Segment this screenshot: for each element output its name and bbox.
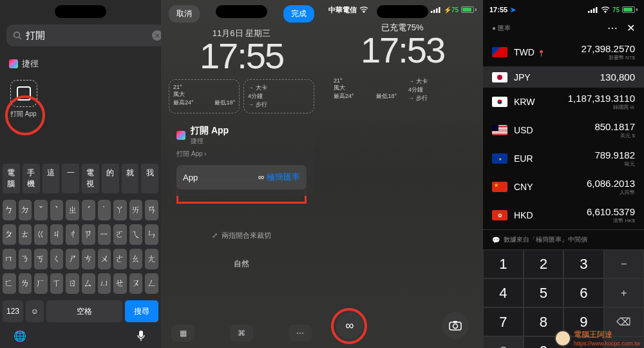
camera-button[interactable]: [442, 312, 469, 339]
lockscreen-time[interactable]: 17:55: [161, 38, 322, 74]
currency-row-hkd[interactable]: HKD6,610.5379港幣 HK$: [483, 201, 644, 229]
key[interactable]: ㄠ: [129, 249, 143, 269]
cancel-button[interactable]: 取消: [169, 5, 200, 23]
suggestion[interactable]: 的: [102, 164, 119, 193]
commute-widget[interactable]: → 大卡 4分鐘 → 步行: [404, 73, 475, 106]
key[interactable]: ㄘ: [82, 249, 95, 269]
numpad-key[interactable]: 4: [483, 278, 524, 307]
open-app-shortcut[interactable]: 打開 App: [0, 73, 161, 125]
search-key[interactable]: 搜尋: [125, 300, 158, 322]
shortcut-button[interactable]: ∞: [336, 312, 363, 339]
key[interactable]: ㄗ: [82, 224, 95, 245]
photos-button[interactable]: ▦: [171, 325, 194, 342]
camera-icon: [449, 320, 462, 331]
mic-icon[interactable]: [134, 329, 148, 343]
key[interactable]: ㄢ: [145, 200, 158, 220]
numpad-key[interactable]: +: [604, 278, 645, 307]
key[interactable]: ㄏ: [34, 273, 48, 294]
key[interactable]: ㄞ: [129, 200, 143, 220]
numpad-key[interactable]: −: [604, 249, 645, 278]
numpad-key[interactable]: 1: [483, 249, 524, 278]
more-button[interactable]: ⋯: [289, 325, 312, 342]
key[interactable]: ㄒ: [50, 273, 64, 294]
key[interactable]: ㄝ: [113, 273, 127, 294]
suggestion[interactable]: 就: [122, 164, 139, 193]
suggestion[interactable]: 手機: [23, 164, 40, 193]
key[interactable]: ㄥ: [145, 273, 158, 294]
key[interactable]: ㄇ: [3, 249, 16, 269]
hi: 最高24°: [173, 99, 194, 107]
done-button[interactable]: 完成: [283, 5, 314, 23]
theme-label: 自然: [161, 258, 322, 269]
commute-widget[interactable]: → 大卡 4分鐘 → 步行: [243, 79, 314, 113]
space-key[interactable]: 空格: [46, 300, 122, 322]
key[interactable]: ㄕ: [66, 249, 79, 269]
key[interactable]: ㄤ: [145, 249, 158, 269]
currency-row-cny[interactable]: CNY6,086.2013人民幣: [483, 173, 644, 201]
key[interactable]: ㄍ: [34, 224, 48, 245]
key[interactable]: ㄅ: [3, 200, 16, 220]
more-button[interactable]: ⋯: [607, 22, 618, 34]
key[interactable]: ˋ: [50, 200, 64, 220]
key[interactable]: ˇ: [34, 200, 48, 220]
key[interactable]: ㄋ: [19, 249, 32, 269]
currency-row-usd[interactable]: USD850.1817美元 $: [483, 116, 644, 144]
currency-row-eur[interactable]: EUR789.9182歐元: [483, 144, 644, 173]
numpad-key[interactable]: 6: [564, 278, 604, 307]
key[interactable]: ㄙ: [82, 273, 95, 294]
section-label-text: 捷徑: [22, 58, 39, 70]
key-123[interactable]: 123: [3, 300, 23, 322]
numpad-key[interactable]: 2: [524, 249, 564, 278]
key[interactable]: ㄉ: [19, 200, 32, 220]
key[interactable]: ㄚ: [113, 200, 127, 220]
key[interactable]: ㄡ: [129, 273, 143, 294]
key[interactable]: ㄊ: [19, 224, 32, 245]
key[interactable]: ㄧ: [98, 224, 111, 245]
battery-pct: 75: [612, 6, 620, 14]
dest: → 大卡: [408, 77, 471, 86]
key[interactable]: ˙: [98, 200, 111, 220]
search-input[interactable]: [26, 30, 148, 41]
numpad-key[interactable]: 7: [483, 307, 524, 336]
numpad-key[interactable]: C: [483, 336, 524, 348]
suggestion[interactable]: 這: [43, 164, 60, 193]
currency-row-jpy[interactable]: JPY130,800: [483, 66, 644, 88]
suggestion[interactable]: 我: [141, 164, 158, 193]
tab-rates[interactable]: ● 匯率: [492, 24, 511, 33]
key[interactable]: ㄟ: [129, 224, 143, 245]
key[interactable]: ㄆ: [3, 224, 16, 245]
clear-button[interactable]: ✕: [152, 30, 161, 41]
key[interactable]: ㄔ: [66, 224, 79, 245]
numpad-key[interactable]: 3: [564, 249, 604, 278]
numpad-key[interactable]: 5: [524, 278, 564, 307]
suggestion[interactable]: 電視: [82, 164, 99, 193]
currency-code: TWD 📍: [514, 47, 545, 57]
close-button[interactable]: ✕: [627, 22, 635, 34]
key[interactable]: ㄛ: [113, 224, 127, 245]
key[interactable]: ㄩ: [98, 273, 111, 294]
emoji-key[interactable]: ☺: [26, 300, 44, 322]
search-field[interactable]: ✕: [6, 24, 161, 46]
key[interactable]: ㄈ: [3, 273, 16, 294]
key[interactable]: ㄜ: [113, 249, 127, 269]
currency-row-krw[interactable]: KRW1,187,319.3110韓國圓 ₩: [483, 88, 644, 116]
widget-row[interactable]: 21° 風大 最高24°最低18° → 大卡 4分鐘 → 步行: [169, 79, 314, 113]
currency-row-twd[interactable]: TWD 📍27,398.2570新臺幣 NT$: [483, 38, 644, 66]
key[interactable]: ㄨ: [98, 249, 111, 269]
key[interactable]: ㄣ: [145, 224, 158, 245]
suggestion[interactable]: 電腦: [3, 164, 20, 193]
key[interactable]: ㄑ: [50, 249, 64, 269]
app-picker-row[interactable]: App ∞ 極簡匯率: [176, 165, 307, 189]
key[interactable]: ㄎ: [34, 249, 48, 269]
key[interactable]: ˊ: [82, 200, 95, 220]
suggestion[interactable]: 一: [62, 164, 79, 193]
globe-icon[interactable]: 🌐: [13, 329, 27, 343]
weather-widget[interactable]: 21° 風大 最高24°最低18°: [330, 73, 401, 106]
shortcut-button[interactable]: ⌘: [230, 325, 253, 342]
key[interactable]: ㄖ: [66, 273, 79, 294]
key[interactable]: ㄓ: [66, 200, 79, 220]
key[interactable]: ㄌ: [19, 273, 32, 294]
weather-widget[interactable]: 21° 風大 最高24°最低18°: [169, 79, 240, 113]
key[interactable]: ㄐ: [50, 224, 64, 245]
currency-code: USD: [514, 125, 533, 135]
